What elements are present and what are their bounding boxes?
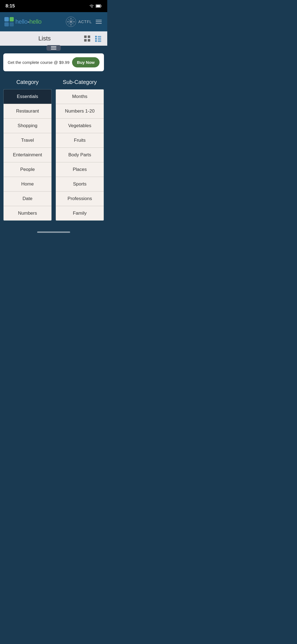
svg-rect-18: [84, 39, 87, 42]
category-item-entertainment[interactable]: Entertainment: [4, 148, 51, 162]
subcategory-item-body-parts[interactable]: Body Parts: [56, 148, 104, 162]
wifi-icon: [89, 4, 94, 8]
svg-rect-20: [95, 36, 97, 37]
svg-rect-23: [95, 38, 97, 40]
logo-sq-2: [10, 17, 14, 21]
home-pill: [37, 231, 70, 233]
category-item-date[interactable]: Date: [4, 192, 51, 206]
category-item-people[interactable]: People: [4, 162, 51, 177]
category-column: Category Essentials Restaurant Shopping …: [3, 79, 52, 221]
subcategory-item-fruits[interactable]: Fruits: [56, 133, 104, 148]
subcategory-list: Months Numbers 1-20 Vegetables Fruits Bo…: [56, 89, 104, 221]
logo-squares: [4, 17, 14, 26]
svg-rect-22: [98, 37, 101, 37]
home-indicator: [0, 227, 107, 237]
subcategory-column: Sub-Category Months Numbers 1-20 Vegetab…: [56, 79, 104, 221]
svg-rect-28: [98, 41, 101, 42]
subcategory-item-vegetables[interactable]: Vegetables: [56, 119, 104, 133]
actfl-badge: ACTFL: [66, 17, 92, 27]
subcategory-item-family[interactable]: Family: [56, 206, 104, 220]
subcategory-item-sports[interactable]: Sports: [56, 177, 104, 192]
svg-rect-19: [88, 39, 90, 42]
view-toggle: [84, 35, 102, 42]
category-item-travel[interactable]: Travel: [4, 133, 51, 148]
logo-sq-4: [10, 22, 14, 27]
category-list: Essentials Restaurant Shopping Travel En…: [3, 89, 52, 221]
status-time: 8:15: [6, 3, 15, 9]
scroll-handle[interactable]: [46, 45, 61, 51]
category-column-header: Category: [3, 79, 52, 85]
category-item-essentials[interactable]: Essentials: [4, 89, 51, 104]
subcategory-item-months[interactable]: Months: [56, 89, 104, 104]
battery-icon: [96, 4, 102, 8]
logo-text: hello-hello: [15, 18, 42, 25]
promo-banner: Get the complete course @ $9.99 Buy Now: [3, 53, 104, 71]
menu-line-1: [96, 20, 102, 20]
category-item-numbers[interactable]: Numbers: [4, 206, 51, 220]
svg-point-15: [70, 21, 72, 23]
header: hello-hello ACTFL: [0, 12, 107, 31]
buy-now-button[interactable]: Buy Now: [72, 57, 100, 67]
category-item-shopping[interactable]: Shopping: [4, 119, 51, 133]
actfl-label: ACTFL: [78, 20, 92, 24]
subcategory-item-professions[interactable]: Professions: [56, 192, 104, 206]
logo-sq-3: [4, 22, 9, 27]
svg-rect-27: [98, 40, 101, 41]
header-right: ACTFL: [66, 17, 103, 27]
status-icons: [89, 4, 102, 8]
logo-sq-1: [4, 17, 9, 21]
svg-rect-24: [98, 38, 101, 39]
category-item-restaurant[interactable]: Restaurant: [4, 104, 51, 119]
grid-view-icon[interactable]: [84, 35, 91, 42]
subcategory-column-header: Sub-Category: [56, 79, 104, 85]
status-bar: 8:15: [0, 0, 107, 12]
logo: hello-hello: [4, 17, 42, 26]
category-item-home[interactable]: Home: [4, 177, 51, 192]
columns-container: Category Essentials Restaurant Shopping …: [3, 79, 104, 221]
hamburger-menu[interactable]: [95, 19, 103, 25]
subcategory-item-numbers-1-20[interactable]: Numbers 1-20: [56, 104, 104, 119]
promo-text: Get the complete course @ $9.99: [8, 60, 70, 65]
page-title: Lists: [6, 35, 84, 42]
svg-rect-17: [88, 36, 90, 38]
list-view-icon[interactable]: [95, 35, 102, 42]
menu-line-2: [96, 21, 102, 22]
menu-line-3: [96, 23, 102, 24]
svg-rect-25: [98, 39, 101, 40]
svg-rect-16: [84, 36, 87, 38]
actfl-icon: [66, 17, 76, 27]
main-content: Category Essentials Restaurant Shopping …: [0, 73, 107, 227]
subcategory-item-places[interactable]: Places: [56, 162, 104, 177]
svg-rect-26: [95, 40, 97, 42]
svg-rect-1: [96, 5, 100, 7]
svg-rect-21: [98, 36, 101, 37]
nav-bar: Lists: [0, 31, 107, 46]
